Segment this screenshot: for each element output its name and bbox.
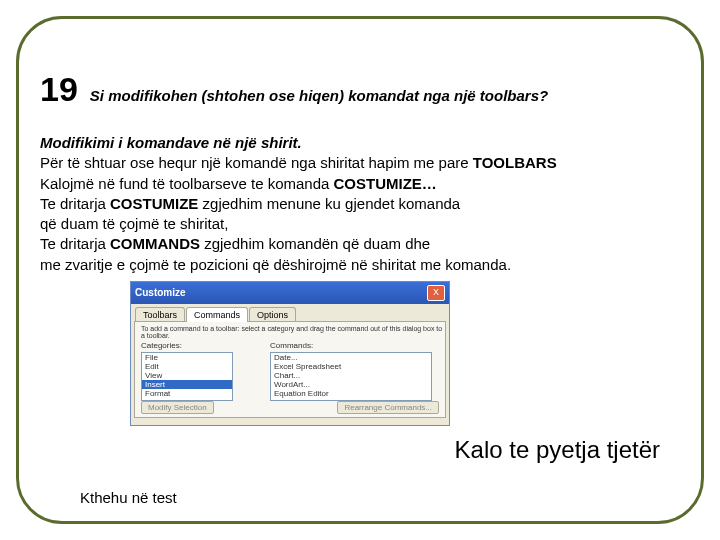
close-icon[interactable]: X (427, 285, 445, 301)
categories-list[interactable]: File Edit View Insert Format (141, 352, 233, 401)
dialog-titlebar: Customize X (131, 282, 449, 304)
list-item[interactable]: File (142, 353, 232, 362)
line-2: Kalojmë në fund të toolbarseve te komand… (40, 174, 680, 194)
tab-toolbars[interactable]: Toolbars (135, 307, 185, 322)
lead-line: Modifikimi i komandave në një shirit. (40, 133, 680, 153)
dialog-tabs: Toolbars Commands Options (131, 306, 449, 321)
line-4: që duam të çojmë te shiritat, (40, 214, 680, 234)
back-to-test-link[interactable]: Kthehu në test (80, 489, 177, 506)
question-title: Si modifikohen (shtohen ose hiqen) koman… (90, 87, 548, 104)
next-question-link[interactable]: Kalo te pyetja tjetër (455, 436, 660, 464)
list-item[interactable]: Date... (271, 353, 431, 362)
line-6: me zvaritje e çojmë te pozicioni që dësh… (40, 255, 680, 275)
dialog-bottom: Modify Selection Rearrange Commands... (141, 401, 439, 414)
tab-commands[interactable]: Commands (186, 307, 248, 322)
slide-content: 19 Si modifikohen (shtohen ose hiqen) ko… (40, 70, 680, 426)
question-number: 19 (40, 70, 78, 109)
question-header: 19 Si modifikohen (shtohen ose hiqen) ko… (40, 70, 680, 109)
list-item[interactable]: View (142, 371, 232, 380)
rearrange-button[interactable]: Rearrange Commands... (337, 401, 439, 414)
answer-body: Modifikimi i komandave në një shirit. Pë… (40, 133, 680, 275)
tab-options[interactable]: Options (249, 307, 296, 322)
commands-label: Commands: (270, 341, 313, 350)
commands-list[interactable]: Date... Excel Spreadsheet Chart... WordA… (270, 352, 432, 401)
dialog-hint: To add a command to a toolbar: select a … (141, 325, 445, 340)
list-item[interactable]: Format (142, 389, 232, 398)
list-item[interactable]: WordArt... (271, 380, 431, 389)
dialog-title: Customize (135, 287, 186, 298)
modify-selection-button[interactable]: Modify Selection (141, 401, 214, 414)
line-3: Te dritarja COSTUMIZE zgjedhim menune ku… (40, 194, 680, 214)
line-5: Te dritarja COMMANDS zgjedhim komandën q… (40, 234, 680, 254)
line-1: Për të shtuar ose hequr një komandë nga … (40, 153, 680, 173)
list-item[interactable]: Chart... (271, 371, 431, 380)
list-item[interactable]: Edit (142, 362, 232, 371)
list-item[interactable]: Insert (142, 380, 232, 389)
list-item[interactable]: Equation Editor (271, 389, 431, 398)
customize-dialog: Customize X Toolbars Commands Options To… (130, 281, 450, 426)
dialog-panel: To add a command to a toolbar: select a … (134, 321, 446, 418)
categories-label: Categories: (141, 341, 182, 350)
list-item[interactable]: Excel Spreadsheet (271, 362, 431, 371)
